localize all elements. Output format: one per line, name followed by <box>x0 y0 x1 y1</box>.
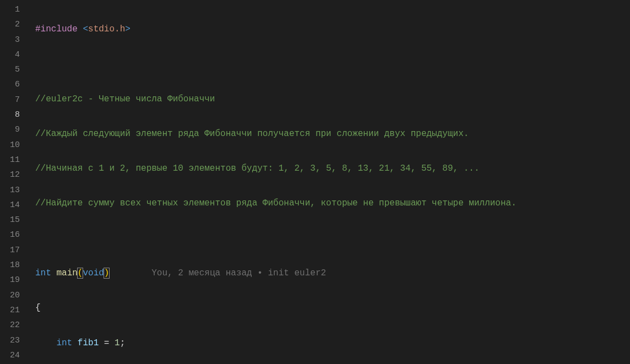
line-number: 13 <box>0 183 20 198</box>
line-number: 20 <box>0 288 20 303</box>
code-line[interactable]: int fib1 = 1; <box>28 336 630 351</box>
line-number: 5 <box>0 62 20 77</box>
brace-token: { <box>35 303 41 313</box>
operator-token: = <box>99 338 115 348</box>
code-line[interactable]: //euler2c - Четные числа Фибоначчи <box>28 92 630 107</box>
line-number: 3 <box>0 32 20 47</box>
code-line-active[interactable]: int main(void) You, 2 месяца назад • ini… <box>28 266 630 281</box>
keyword-token: void <box>83 268 104 278</box>
function-token: main <box>56 268 77 278</box>
line-number: 2 <box>0 17 20 32</box>
number-token: 1 <box>115 338 120 348</box>
line-number: 1 <box>0 2 20 17</box>
git-blame-annotation: You, 2 месяца назад • init euler2 <box>151 268 326 278</box>
line-number: 24 <box>0 348 20 363</box>
line-number: 23 <box>0 333 20 348</box>
preprocessor-token: #include <box>35 24 78 34</box>
line-number: 19 <box>0 273 20 287</box>
code-line[interactable] <box>28 231 630 246</box>
line-number: 14 <box>0 198 20 213</box>
code-area[interactable]: #include <stdio.h> //euler2c - Четные чи… <box>28 0 630 364</box>
spacer <box>109 268 151 278</box>
line-number: 11 <box>0 153 20 167</box>
line-number: 15 <box>0 213 20 227</box>
line-number: 22 <box>0 318 20 333</box>
line-number: 18 <box>0 258 20 273</box>
line-number: 10 <box>0 138 20 153</box>
comment-token: //Найдите сумму всех четных элементов ря… <box>35 198 517 208</box>
variable-token: fib1 <box>78 338 99 348</box>
line-number: 21 <box>0 303 20 318</box>
code-line[interactable]: #include <stdio.h> <box>28 22 630 37</box>
code-line[interactable]: { <box>28 301 630 316</box>
line-number-active: 8 <box>0 107 20 122</box>
angle-bracket: > <box>125 24 131 34</box>
keyword-token: int <box>35 268 51 278</box>
line-number: 17 <box>0 243 20 258</box>
code-line[interactable] <box>28 57 630 72</box>
code-line[interactable]: //Начиная с 1 и 2, первые 10 элементов б… <box>28 161 630 176</box>
comment-token: //Каждый следующий элемент ряда Фибоначч… <box>35 129 469 139</box>
code-editor[interactable]: 1 2 3 4 5 6 7 8 9 10 11 12 13 14 15 16 1… <box>0 0 630 364</box>
comment-token: //euler2c - Четные числа Фибоначчи <box>35 94 215 104</box>
code-line[interactable]: //Каждый следующий элемент ряда Фибоначч… <box>28 127 630 142</box>
line-number: 16 <box>0 227 20 242</box>
line-number: 12 <box>0 167 20 182</box>
code-line[interactable]: //Найдите сумму всех четных элементов ря… <box>28 196 630 211</box>
line-number-gutter: 1 2 3 4 5 6 7 8 9 10 11 12 13 14 15 16 1… <box>0 0 28 364</box>
line-number: 4 <box>0 47 20 62</box>
header-name: stdio.h <box>88 24 125 34</box>
comment-token: //Начиная с 1 и 2, первые 10 элементов б… <box>35 164 480 173</box>
semicolon-token: ; <box>120 338 126 348</box>
angle-bracket: < <box>83 24 88 34</box>
line-number: 9 <box>0 122 20 137</box>
line-number: 7 <box>0 93 20 107</box>
line-number: 6 <box>0 77 20 92</box>
keyword-token: int <box>56 338 72 348</box>
